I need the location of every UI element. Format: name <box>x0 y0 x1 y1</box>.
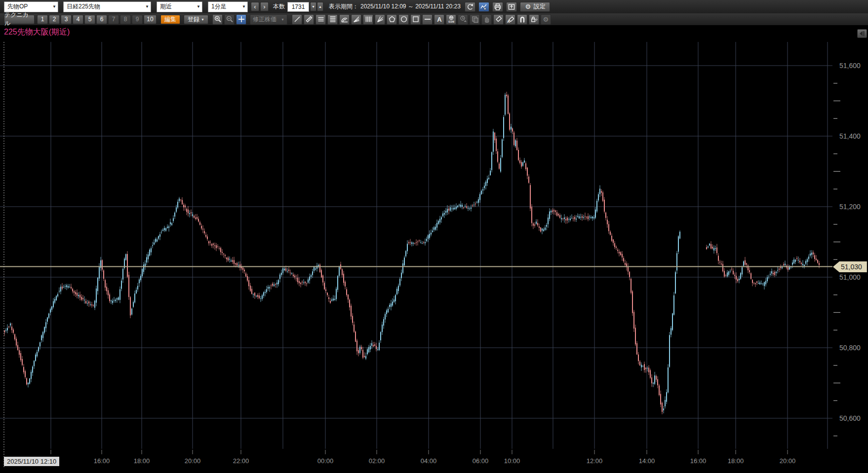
circle-tool-button[interactable] <box>398 14 409 25</box>
triangle-down-icon: ▼ <box>312 5 315 8</box>
chevron-down-icon: ▼ <box>201 18 204 21</box>
technical-preset-2-button[interactable]: 2 <box>49 15 60 24</box>
bar-count-label: 本数 <box>273 2 285 11</box>
text-tool-button[interactable]: A <box>434 14 444 25</box>
technical-button[interactable]: テクニカル <box>4 15 35 24</box>
svg-text:ICON: ICON <box>448 21 454 23</box>
technical-preset-10-button[interactable]: 10 <box>144 15 157 24</box>
contract-month-select[interactable]: 期近▼ <box>157 1 202 12</box>
gann-fan-button[interactable] <box>375 14 385 25</box>
undo-button[interactable] <box>465 2 475 12</box>
speed-lines-button[interactable] <box>351 14 361 25</box>
chevron-down-icon: ▼ <box>242 4 246 9</box>
eraser-tool-button[interactable] <box>493 14 504 25</box>
crosshair-plus-button[interactable] <box>236 14 246 25</box>
lock-edit-tool-button[interactable] <box>529 14 539 25</box>
technical-preset-5-button[interactable]: 5 <box>84 15 95 24</box>
collapse-axis-panel-button[interactable] <box>857 29 867 38</box>
chevron-down-icon: ▼ <box>52 4 56 9</box>
technical-preset-7-button[interactable]: 7 <box>108 15 119 24</box>
rectangle-tool-button[interactable] <box>410 14 421 25</box>
display-period-value: 2025/11/10 12:09 ～ 2025/11/11 20:23 <box>360 2 461 11</box>
chevron-down-icon: ▼ <box>197 4 200 9</box>
chevron-down-icon: ▼ <box>281 18 284 21</box>
chevron-down-icon: ▼ <box>145 4 149 9</box>
eraser-text-tool-button[interactable]: A <box>505 14 515 25</box>
settings-button[interactable]: ⚙ 設定 <box>520 2 550 12</box>
technical-preset-9-button[interactable]: 9 <box>132 15 143 24</box>
scroll-forward-button[interactable]: › <box>260 2 269 11</box>
display-period-label: 表示期間： <box>329 2 358 11</box>
icon-stamp-tool-button[interactable]: ICON <box>446 14 456 25</box>
time-zones-button[interactable] <box>363 14 373 25</box>
technical-preset-4-button[interactable]: 4 <box>73 15 83 24</box>
gear-icon: ⚙ <box>524 3 532 10</box>
chevron-left-icon: ‹ <box>254 3 256 10</box>
pentagon-tool-button[interactable] <box>387 14 397 25</box>
technical-preset-8-button[interactable]: 8 <box>120 15 131 24</box>
export-button[interactable] <box>506 2 517 12</box>
technical-preset-6-button[interactable]: 6 <box>96 15 107 24</box>
multi-lines-button[interactable] <box>327 14 338 25</box>
print-button[interactable] <box>492 2 503 12</box>
svg-text:A: A <box>437 16 442 23</box>
bar-count-decrement-button[interactable]: ▼ <box>310 2 316 11</box>
zoom-out-button[interactable] <box>224 14 235 25</box>
ruler-tool-button[interactable] <box>304 14 314 25</box>
zoom-in-button[interactable] <box>212 14 223 25</box>
trendline-tool-button[interactable] <box>292 14 302 25</box>
svg-text:A: A <box>507 19 510 24</box>
drawing-settings-button[interactable]: ⚙ <box>541 14 551 25</box>
chart-title: 225先物大阪(期近) <box>4 27 70 37</box>
collapse-left-icon <box>859 31 865 36</box>
parallel-lines-button[interactable] <box>316 14 326 25</box>
technical-preset-1-button[interactable]: 1 <box>37 15 48 24</box>
edit-button[interactable]: 編集 <box>160 15 180 24</box>
drawing-toolbar: テクニカル 12345678910 編集 登録 ▼ 修正株価 ▼ AICONA⚙ <box>0 13 868 26</box>
adjusted-price-select[interactable]: 修正株価 ▼ <box>250 14 287 25</box>
copy-tool-button[interactable] <box>470 14 480 25</box>
bar-count-input[interactable] <box>287 2 309 12</box>
current-price-badge: 51,030 <box>833 261 867 272</box>
bar-count-increment-button[interactable]: ▲ <box>317 2 323 11</box>
history-tool-button[interactable] <box>458 14 468 25</box>
candlestick-chart[interactable] <box>0 0 868 473</box>
fibonacci-arc-button[interactable] <box>339 14 350 25</box>
scroll-back-button[interactable]: ‹ <box>251 2 259 11</box>
svg-text:⚙: ⚙ <box>543 16 549 23</box>
hand-tool-button[interactable] <box>481 14 492 25</box>
technical-preset-3-button[interactable]: 3 <box>61 15 72 24</box>
register-button[interactable]: 登録 ▼ <box>184 15 208 24</box>
main-toolbar: 先物OP▼ 日経225先物▼ 期近▼ 1分足▼ ‹ › 本数 ▼ ▲ 表示期間：… <box>0 0 868 14</box>
chevron-right-icon: › <box>263 3 265 10</box>
chart-mode-button[interactable] <box>478 2 489 12</box>
svg-text:⚙: ⚙ <box>525 3 531 10</box>
triangle-up-icon: ▲ <box>318 5 322 8</box>
cursor-date-readout: 2025/11/10 12:10 <box>4 457 59 466</box>
magnet-tool-button[interactable] <box>517 14 527 25</box>
timeframe-select[interactable]: 1分足▼ <box>208 1 248 12</box>
symbol-select[interactable]: 日経225先物▼ <box>63 1 151 12</box>
horizontal-line-tool-button[interactable] <box>422 14 433 25</box>
